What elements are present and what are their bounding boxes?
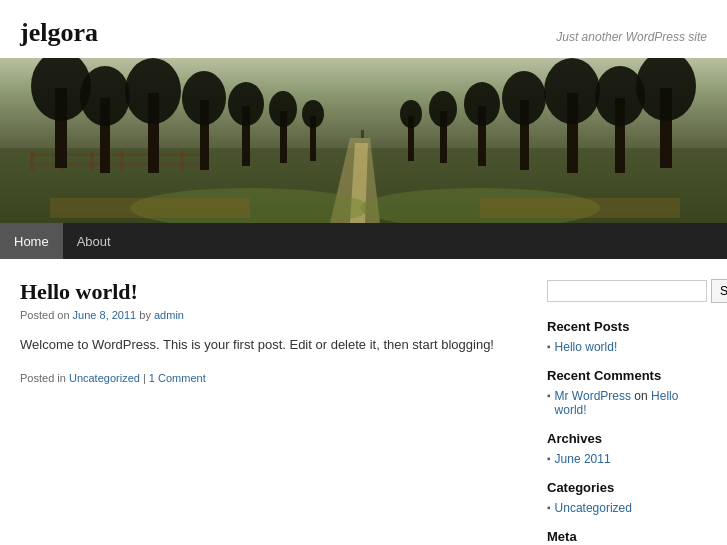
- post-author-link[interactable]: admin: [154, 309, 184, 321]
- meta-title: Meta: [547, 529, 707, 544]
- svg-rect-11: [180, 151, 184, 171]
- comment-author-link[interactable]: Mr WordPress: [555, 389, 631, 403]
- post-meta: Posted on June 8, 2011 by admin: [20, 309, 527, 321]
- svg-rect-9: [120, 151, 124, 171]
- svg-point-21: [228, 82, 264, 126]
- search-input[interactable]: [547, 280, 707, 302]
- svg-point-17: [125, 58, 181, 124]
- nav-bar: Home About: [0, 223, 727, 259]
- list-item: Mr WordPress on Hello world!: [547, 389, 707, 417]
- search-button[interactable]: Search: [711, 279, 727, 303]
- svg-point-23: [269, 91, 297, 127]
- svg-point-25: [302, 100, 324, 128]
- site-title: jelgora: [20, 18, 98, 48]
- archive-link[interactable]: June 2011: [555, 452, 611, 466]
- category-link[interactable]: Uncategorized: [555, 501, 632, 515]
- post-title: Hello world!: [20, 279, 527, 305]
- sidebar: Search Recent Posts Hello world! Recent …: [547, 279, 707, 545]
- list-item: Uncategorized: [547, 501, 707, 515]
- post-comments-link[interactable]: 1 Comment: [149, 372, 206, 384]
- archives-title: Archives: [547, 431, 707, 446]
- list-item: Hello world!: [547, 340, 707, 354]
- post-body: Welcome to WordPress. This is your first…: [20, 335, 527, 356]
- main-content: Hello world! Posted on June 8, 2011 by a…: [20, 279, 527, 545]
- post-date-link[interactable]: June 8, 2011: [73, 309, 137, 321]
- post-footer: Posted in Uncategorized | 1 Comment: [20, 372, 527, 384]
- svg-point-31: [544, 58, 600, 124]
- post-category-link[interactable]: Uncategorized: [69, 372, 140, 384]
- recent-comments-list: Mr WordPress on Hello world!: [547, 389, 707, 417]
- svg-point-19: [182, 71, 226, 125]
- svg-point-35: [464, 82, 500, 126]
- recent-comments-title: Recent Comments: [547, 368, 707, 383]
- recent-posts-title: Recent Posts: [547, 319, 707, 334]
- svg-point-15: [80, 66, 130, 126]
- svg-rect-6: [30, 151, 34, 171]
- recent-posts-list: Hello world!: [547, 340, 707, 354]
- categories-title: Categories: [547, 480, 707, 495]
- categories-list: Uncategorized: [547, 501, 707, 515]
- search-box: Search: [547, 279, 707, 303]
- site-tagline: Just another WordPress site: [556, 30, 707, 44]
- recent-post-link[interactable]: Hello world!: [555, 340, 618, 354]
- svg-point-29: [595, 66, 645, 126]
- svg-point-33: [502, 71, 546, 125]
- svg-rect-40: [361, 130, 364, 138]
- list-item: June 2011: [547, 452, 707, 466]
- svg-point-37: [429, 91, 457, 127]
- svg-rect-43: [50, 198, 250, 218]
- svg-rect-8: [90, 151, 94, 171]
- svg-point-39: [400, 100, 422, 128]
- nav-item-about[interactable]: About: [63, 223, 125, 259]
- svg-rect-44: [480, 198, 680, 218]
- hero-image: [0, 58, 727, 223]
- nav-item-home[interactable]: Home: [0, 223, 63, 259]
- archives-list: June 2011: [547, 452, 707, 466]
